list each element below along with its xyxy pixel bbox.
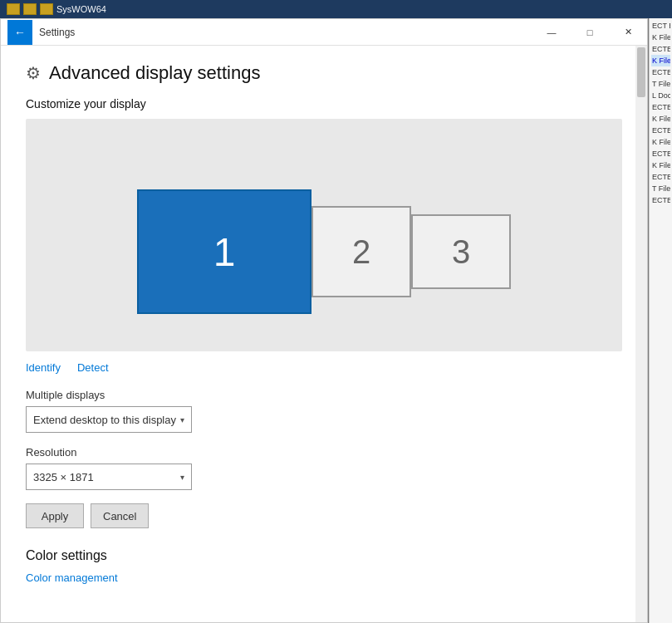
identify-button[interactable]: Identify	[26, 361, 61, 374]
page-title-row: ⚙ Advanced display settings	[26, 62, 622, 84]
apply-button[interactable]: Apply	[26, 503, 84, 528]
detect-button[interactable]: Detect	[77, 361, 109, 374]
right-panel-item[interactable]: ECTB2	[651, 125, 670, 136]
taskbar-icon-1	[7, 3, 20, 15]
right-panel-item[interactable]: ECTB2	[651, 43, 670, 55]
back-button[interactable]: ←	[7, 20, 32, 45]
taskbar-icon-3	[40, 3, 53, 15]
right-panel-item[interactable]: K File	[651, 55, 670, 66]
minimize-button[interactable]: —	[532, 19, 571, 46]
right-panel-item[interactable]: ECTB2	[651, 66, 670, 78]
right-panel-items: ECT B4K FileECTB2K FileECTB2T FileL Docu…	[650, 18, 672, 208]
display-1[interactable]: 1	[137, 189, 311, 314]
right-panel-item[interactable]: ECT B4	[651, 20, 670, 32]
displays-container: 1 2 3	[137, 173, 511, 297]
window-title: Settings	[39, 27, 75, 38]
right-panel-item[interactable]: L Docu	[651, 90, 670, 101]
multiple-displays-dropdown[interactable]: Extend desktop to this display ▾ Extend …	[26, 406, 192, 433]
links-row: Identify Detect	[26, 361, 622, 374]
page-title: Advanced display settings	[49, 62, 260, 84]
right-panel-item[interactable]: ECTB2	[651, 171, 670, 183]
close-button[interactable]: ✕	[609, 19, 647, 46]
taskbar: SysWOW64	[0, 0, 672, 18]
settings-window: ← Settings — □ ✕ ⚙ Advanced display sett…	[0, 18, 648, 623]
display-3-number: 3	[452, 233, 470, 271]
right-panel-item[interactable]: K File	[651, 136, 670, 148]
right-panel-item[interactable]: ECTB2	[651, 101, 670, 113]
display-3[interactable]: 3	[411, 214, 511, 289]
buttons-row: Apply Cancel	[26, 503, 622, 528]
right-panel: ECT B4K FileECTB2K FileECTB2T FileL Docu…	[649, 18, 672, 623]
resolution-group: Resolution 3325 × 1871 ▾ 3325 × 18712560…	[26, 446, 622, 490]
display-preview: 1 2 3	[26, 119, 622, 351]
multiple-displays-group: Multiple displays Extend desktop to this…	[26, 389, 622, 433]
right-panel-item[interactable]: ECTB2	[651, 148, 670, 159]
gear-icon: ⚙	[26, 63, 41, 83]
color-management-link[interactable]: Color management	[26, 571, 118, 584]
display-2-number: 2	[352, 233, 370, 271]
scrollbar[interactable]	[635, 46, 647, 622]
scrollbar-thumb[interactable]	[637, 47, 645, 97]
taskbar-title: SysWOW64	[56, 4, 106, 14]
color-settings-title: Color settings	[26, 548, 622, 563]
cancel-button[interactable]: Cancel	[91, 503, 149, 528]
display-2[interactable]: 2	[311, 206, 411, 297]
title-bar: ← Settings — □ ✕	[1, 19, 647, 46]
right-panel-item[interactable]: K File	[651, 113, 670, 125]
title-bar-controls: — □ ✕	[532, 19, 647, 46]
multiple-displays-label: Multiple displays	[26, 389, 622, 401]
content-area: ⚙ Advanced display settings Customize yo…	[1, 46, 647, 622]
right-panel-item[interactable]: T File	[651, 78, 670, 90]
right-panel-item[interactable]: ECTB2	[651, 194, 670, 206]
resolution-label: Resolution	[26, 446, 622, 459]
color-settings-section: Color settings Color management	[26, 548, 622, 585]
maximize-button[interactable]: □	[571, 19, 609, 46]
display-1-number: 1	[213, 229, 236, 275]
resolution-dropdown[interactable]: 3325 × 1871 ▾ 3325 × 18712560 × 14401920…	[26, 464, 192, 490]
right-panel-item[interactable]: K File	[651, 159, 670, 171]
back-arrow-icon: ←	[14, 26, 26, 39]
taskbar-icon-2	[23, 3, 37, 15]
right-panel-item[interactable]: T File	[651, 183, 670, 194]
right-panel-item[interactable]: K File	[651, 32, 670, 43]
title-bar-left: ← Settings	[7, 20, 75, 45]
taskbar-icons	[7, 3, 53, 15]
customize-label: Customize your display	[26, 97, 622, 110]
